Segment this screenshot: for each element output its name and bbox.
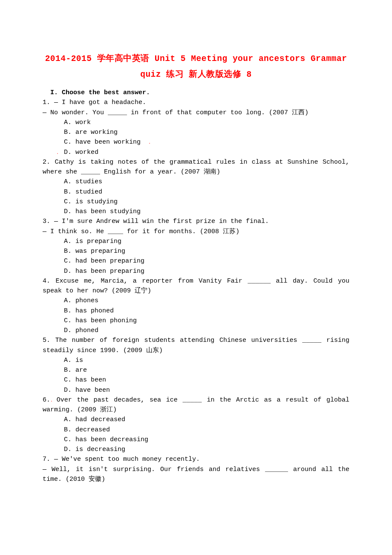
q1-line1: 1. ― I have got a headache.	[43, 98, 349, 107]
title-line-1: 2014-2015 学年高中英语 Unit 5 Meeting your anc…	[43, 51, 349, 67]
q3-line2: ― I think so. He ____ for it for months.…	[43, 227, 349, 237]
q6-opt-c: C. has been decreasing	[43, 435, 349, 445]
q5-opt-a: A. is	[43, 356, 349, 365]
section-heading: I. Choose the best answer.	[43, 88, 349, 98]
q4-opt-c: C. has been phoning	[43, 316, 349, 326]
q2-line1: 2. Cathy is taking notes of the grammati…	[43, 157, 349, 177]
q2-opt-d: D. has been studying	[43, 207, 349, 217]
q1-opt-b: B. are working	[43, 127, 349, 137]
q7-line1: 7. ― We've spent too much money recently…	[43, 454, 349, 464]
q4-opt-b: B. has phoned	[43, 306, 349, 316]
q5-opt-c: C. has been	[43, 375, 349, 385]
document-page: 2014-2015 学年高中英语 Unit 5 Meeting your anc…	[0, 0, 392, 518]
q1-opt-d: D. worked	[64, 149, 98, 156]
q3-opt-d: D. has been preparing	[43, 266, 349, 276]
red-dot-icon: .	[141, 140, 151, 145]
q5-opt-b: B. are	[43, 365, 349, 375]
q3-opt-c: C. had been preparing	[43, 256, 349, 266]
q6-opt-d: D. is decreasing	[43, 445, 349, 454]
q7-line2: ― Well, it isn't surprising. Our friends…	[43, 465, 349, 485]
q1-opt-a: A. work	[43, 118, 349, 127]
q3-line1: 3. ― I'm sure Andrew will win the first …	[43, 217, 349, 226]
q6-rest: Over the past decades, sea ice _____ in …	[43, 396, 349, 413]
q5-line1: 5. The number of foreign students attend…	[43, 335, 349, 356]
q1-opt-d-row: . D. worked	[43, 147, 349, 157]
q3-opt-b: B. was preparing	[43, 246, 349, 256]
q1-opt-c: C. have been working	[64, 139, 141, 146]
q3-opt-a: A. is preparing	[43, 237, 349, 246]
q5-opt-d: D. have been	[43, 385, 349, 395]
title-line-2: quiz 练习 新人教版选修 8	[43, 67, 349, 83]
q2-opt-c: C. is studying	[43, 197, 349, 207]
red-dot-icon: .	[56, 150, 64, 155]
red-dot-icon: .	[50, 398, 57, 403]
q6-opt-b: B. decreased	[43, 425, 349, 435]
q1-line2: ― No wonder. You _____ in front of that …	[43, 108, 349, 118]
q6-prefix: 6.	[43, 396, 50, 404]
q2-opt-b: B. studied	[43, 187, 349, 197]
q1-opt-c-row: C. have been working .	[43, 137, 349, 147]
q6-line1: 6.. Over the past decades, sea ice _____…	[43, 395, 349, 415]
q4-opt-a: A. phones	[43, 296, 349, 306]
q2-opt-a: A. studies	[43, 177, 349, 187]
q4-opt-d: D. phoned	[43, 326, 349, 335]
q6-opt-a: A. had decreased	[43, 415, 349, 425]
q4-line1: 4. Excuse me, Marcia, a reporter from Va…	[43, 276, 349, 296]
